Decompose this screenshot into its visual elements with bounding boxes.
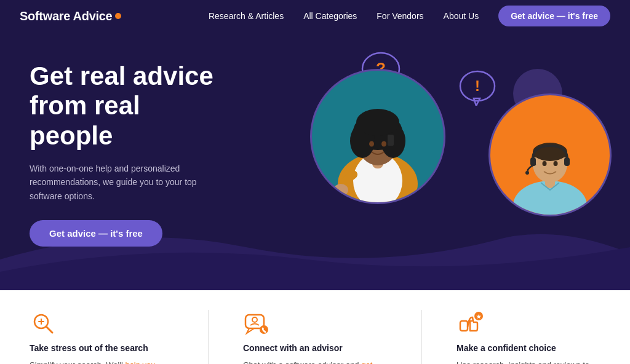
svg-point-14 [369,141,374,147]
choice-feature-icon: ★ [457,310,484,337]
features-section: Take stress out of the search Simplify y… [0,290,630,364]
svg-line-29 [46,326,52,333]
search-feature-icon [30,310,57,337]
feature3-title: Make a confident choice [457,343,600,353]
advisor-feature-icon [243,310,270,337]
logo: Software Advice [20,9,121,23]
nav-for-vendors[interactable]: For Vendors [377,11,423,21]
svg-point-23 [543,161,547,166]
hero-illustrations: ? ! [261,32,630,290]
hero-cta-button[interactable]: Get advice — it's free [30,220,162,247]
hero-subtitle: With one-on-one help and personalized re… [30,162,217,203]
svg-point-34 [252,317,257,322]
svg-rect-16 [388,135,394,146]
divider-2 [421,310,422,364]
logo-dot [115,13,121,19]
svg-marker-4 [474,98,480,106]
feature3-desc: Use research, insights and reviews to co… [457,359,600,364]
person2-illustration [488,93,612,215]
svg-point-24 [554,161,558,166]
feature1-title: Take stress out of the search [30,343,173,353]
person1-illustration [310,69,445,202]
hero-title: Get real advice from real people [30,61,217,151]
divider-1 [208,310,209,364]
svg-point-15 [381,141,386,147]
svg-point-17 [333,184,348,196]
feature2-title: Connect with an advisor [243,343,387,353]
logo-text: Software Advice [20,9,112,23]
nav-about-us[interactable]: About Us [444,11,479,21]
hero-section: Get real advice from real people With on… [0,32,630,290]
svg-point-13 [356,109,399,136]
nav-all-categories[interactable]: All Categories [303,11,357,21]
header: Software Advice Research & Articles All … [0,0,630,32]
feature1-desc: Simplify your search. We'll help you nar… [30,359,173,364]
navigation: Research & Articles All Categories For V… [209,6,610,26]
svg-point-27 [525,171,529,175]
feature-advisor: Connect with an advisor Chat with a soft… [243,310,387,364]
svg-text:★: ★ [476,314,482,320]
feature-search: Take stress out of the search Simplify y… [30,310,173,364]
feature-choice: ★ Make a confident choice Use research, … [457,310,600,364]
person2-circle [488,93,612,216]
nav-research-articles[interactable]: Research & Articles [209,11,284,21]
person1-circle [310,69,445,204]
svg-text:!: ! [475,77,480,94]
feature2-desc: Chat with a software advisor and get per… [243,359,387,364]
svg-rect-36 [460,321,468,331]
hero-content: Get real advice from real people With on… [0,32,246,247]
header-cta-button[interactable]: Get advice — it's free [498,6,610,26]
svg-rect-22 [533,150,567,157]
svg-point-35 [260,325,268,334]
svg-rect-26 [564,157,570,166]
